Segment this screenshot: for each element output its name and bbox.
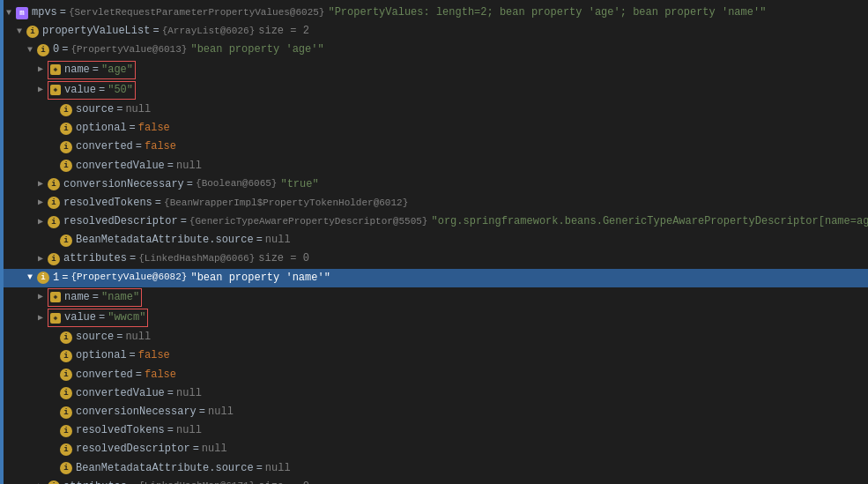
item0-restoken-icon: i — [48, 197, 60, 209]
item0-source-icon: i — [60, 104, 72, 116]
item1-name-box: ◈ name = "name" — [48, 288, 142, 307]
item1-convertedvalue-val: null — [176, 385, 202, 402]
item1-name-row[interactable]: ◈ name = "name" — [0, 287, 868, 308]
item0-convnec-row[interactable]: i conversionNecessary = {Boolean@6065} "… — [0, 175, 868, 194]
item1-restoken-icon: i — [60, 425, 72, 437]
item0-converted-key: converted — [76, 138, 133, 155]
item0-restoken-type: {BeanWrapperImpl$PropertyTokenHolder@601… — [164, 196, 408, 212]
item0-key: 0 — [53, 41, 59, 58]
item0-name-box: ◈ name = "age" — [48, 61, 136, 79]
item1-beanmeta-val: null — [265, 460, 291, 477]
item0-attrs-toggle[interactable] — [35, 254, 46, 264]
pvl-size: size = 2 — [258, 23, 309, 40]
item0-value-val: "50" — [108, 82, 133, 99]
item1-beanmeta-key: BeanMetadataAttribute.source — [76, 460, 254, 477]
item0-optional-icon: i — [60, 123, 72, 135]
root-toggle[interactable] — [4, 8, 14, 19]
item0-value-box: ◈ value = "50" — [48, 81, 136, 100]
pvl-toggle[interactable] — [14, 26, 25, 37]
root-desc: "PropertyValues: length=2; bean property… — [328, 4, 766, 21]
item1-attrs-size: size = 0 — [258, 479, 309, 484]
item1-convertedvalue-row[interactable]: i convertedValue = null — [0, 384, 868, 403]
item0-optional-val: false — [138, 120, 170, 137]
item1-name-val: "name" — [101, 289, 139, 306]
item0-name-toggle[interactable] — [35, 64, 46, 75]
item1-attrs-key: attributes — [63, 479, 127, 484]
item0-attrs-size: size = 0 — [258, 250, 309, 267]
item0-optional-row[interactable]: i optional = false — [0, 119, 868, 138]
item0-beanmeta-icon: i — [60, 235, 72, 247]
item1-value-toggle[interactable] — [35, 313, 46, 324]
item0-converted-row[interactable]: i converted = false — [0, 138, 868, 156]
item1-attrs-type: {LinkedHashMap@6171} — [138, 479, 255, 484]
item0-restoken-row[interactable]: i resolvedTokens = {BeanWrapperImpl$Prop… — [0, 194, 868, 212]
item1-optional-icon: i — [60, 350, 72, 362]
item1-convertedvalue-key: convertedValue — [76, 385, 165, 402]
item0-type: {PropertyValue@6013} — [70, 42, 187, 58]
item0-resdesc-toggle[interactable] — [35, 217, 46, 227]
item0-restoken-toggle[interactable] — [35, 197, 46, 208]
left-accent-bar — [0, 0, 4, 484]
item0-optional-key: optional — [76, 120, 127, 137]
item0-beanmeta-val: null — [265, 232, 291, 249]
item1-optional-key: optional — [76, 347, 127, 364]
item1-key: 1 — [53, 270, 59, 287]
item0-icon: i — [37, 44, 49, 56]
item1-value-row[interactable]: ◈ value = "wwcm" — [0, 308, 868, 328]
item1-optional-row[interactable]: i optional = false — [0, 346, 868, 365]
item0-resdesc-val: "org.springframework.beans.GenericTypeAw… — [431, 213, 868, 230]
root-icon: m — [16, 7, 28, 19]
item0-value-row[interactable]: ◈ value = "50" — [0, 80, 868, 101]
item0-convnec-key: conversionNecessary — [63, 176, 184, 193]
item1-toggle[interactable] — [25, 272, 35, 283]
item1-converted-val: false — [145, 367, 176, 383]
item0-beanmeta-row[interactable]: i BeanMetadataAttribute.source = null — [0, 231, 868, 249]
item0-convertedvalue-icon: i — [60, 160, 72, 172]
item1-beanmeta-row[interactable]: i BeanMetadataAttribute.source = null — [0, 459, 868, 478]
root-row[interactable]: m mpvs = {ServletRequestParameterPropert… — [0, 4, 868, 22]
item0-name-row[interactable]: ◈ name = "age" — [0, 60, 868, 80]
item1-restoken-val: null — [176, 422, 202, 439]
pvl-key: propertyValueList — [42, 23, 150, 40]
item1-row[interactable]: i 1 = {PropertyValue@6082} "bean propert… — [0, 269, 868, 287]
pvl-icon: i — [26, 26, 39, 38]
item0-name-val: "age" — [101, 62, 133, 78]
item0-name-icon: ◈ — [50, 64, 61, 75]
item0-resdesc-row[interactable]: i resolvedDescriptor = {GenericTypeAware… — [0, 212, 868, 231]
item1-attrs-row[interactable]: i attributes = {LinkedHashMap@6171} size… — [0, 478, 868, 484]
item0-convnec-toggle[interactable] — [35, 179, 46, 190]
item1-name-icon: ◈ — [50, 292, 61, 302]
item1-optional-val: false — [138, 347, 170, 364]
item1-desc: "bean property 'name'" — [190, 270, 330, 287]
item0-convertedvalue-row[interactable]: i convertedValue = null — [0, 157, 868, 175]
item0-row[interactable]: i 0 = {PropertyValue@6013} "bean propert… — [0, 41, 868, 59]
item0-convnec-val: "true" — [280, 176, 318, 193]
item0-attrs-icon: i — [48, 253, 60, 265]
item0-convertedvalue-key: convertedValue — [76, 158, 165, 175]
item1-source-key: source — [76, 329, 114, 346]
item1-source-row[interactable]: i source = null — [0, 328, 868, 346]
item0-source-key: source — [76, 101, 114, 118]
item1-value-box: ◈ value = "wwcm" — [48, 309, 148, 327]
item0-value-toggle[interactable] — [35, 85, 46, 95]
item0-attrs-type: {LinkedHashMap@6066} — [138, 251, 255, 267]
item1-restoken-row[interactable]: i resolvedTokens = null — [0, 421, 868, 440]
item1-convertedvalue-icon: i — [60, 387, 72, 399]
item1-resdesc-row[interactable]: i resolvedDescriptor = null — [0, 440, 868, 458]
item0-source-row[interactable]: i source = null — [0, 101, 868, 119]
item0-name-key: name — [64, 62, 90, 78]
item1-icon: i — [37, 272, 49, 284]
pvl-row[interactable]: i propertyValueList = {ArrayList@6026} s… — [0, 22, 868, 41]
item0-convertedvalue-val: null — [176, 158, 202, 175]
item1-name-key: name — [64, 289, 90, 306]
item1-name-toggle[interactable] — [35, 292, 46, 302]
item0-beanmeta-key: BeanMetadataAttribute.source — [76, 232, 254, 249]
item1-resdesc-icon: i — [60, 443, 72, 456]
item0-source-val: null — [125, 101, 151, 118]
item1-value-icon: ◈ — [50, 313, 61, 324]
item1-attrs-icon: i — [48, 480, 60, 484]
item0-toggle[interactable] — [25, 45, 35, 56]
item0-attrs-row[interactable]: i attributes = {LinkedHashMap@6066} size… — [0, 249, 868, 268]
item1-convnec-row[interactable]: i conversionNecessary = null — [0, 403, 868, 421]
item1-converted-row[interactable]: i converted = false — [0, 366, 868, 384]
